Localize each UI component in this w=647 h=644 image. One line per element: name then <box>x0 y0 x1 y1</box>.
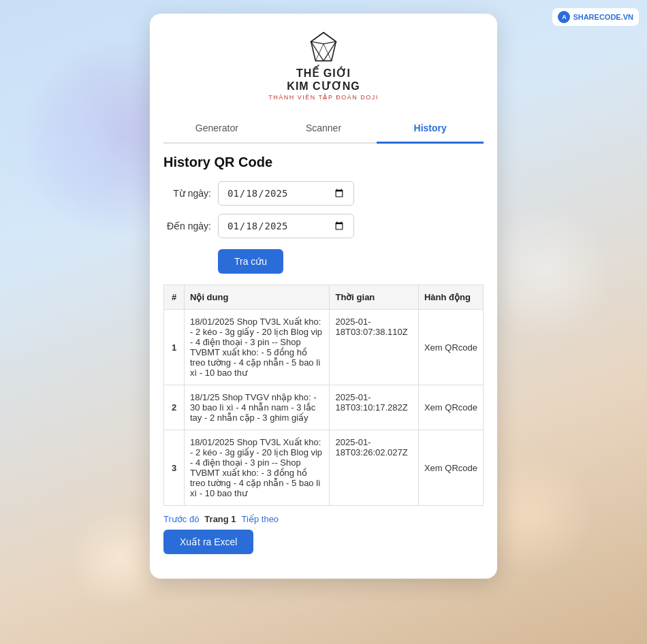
export-button[interactable]: Xuất ra Excel <box>163 530 253 554</box>
from-date-input[interactable] <box>218 181 354 206</box>
watermark-label: SHARECODE.VN <box>573 13 633 21</box>
logo-subtitle: THÀNH VIÊN TẬP ĐOÀN DOJI <box>268 94 379 101</box>
cell-content: 18/01/2025 Shop TV3L Xuất kho: - 2 kéo -… <box>185 430 330 506</box>
tab-scanner[interactable]: Scanner <box>270 114 377 144</box>
from-date-label: Từ ngày: <box>163 188 211 199</box>
watermark: A SHARECODE.VN <box>552 8 639 26</box>
bg-blob-3 <box>477 204 613 340</box>
from-date-group: Từ ngày: <box>163 181 484 206</box>
page-content: History QR Code Từ ngày: Đến ngày: Tra c… <box>150 144 497 565</box>
logo-area: THẾ GIỚI KIM CƯƠNG THÀNH VIÊN TẬP ĐOÀN D… <box>150 14 497 109</box>
table-row: 118/01/2025 Shop TV3L Xuất kho: - 2 kéo … <box>164 310 484 385</box>
cell-time: 2025-01-18T03:10:17.282Z <box>330 385 418 430</box>
cell-content: 18/01/2025 Shop TV3L Xuất kho: - 2 kéo -… <box>185 310 330 385</box>
tab-generator[interactable]: Generator <box>163 114 270 144</box>
to-date-input[interactable] <box>218 214 354 238</box>
cell-index: 3 <box>164 430 185 506</box>
logo-title: THẾ GIỚI KIM CƯƠNG <box>287 67 360 93</box>
watermark-icon: A <box>558 11 570 23</box>
col-content: Nội dung <box>185 285 330 310</box>
cell-index: 2 <box>164 385 185 430</box>
table-row: 318/01/2025 Shop TV3L Xuất kho: - 2 kéo … <box>164 430 484 506</box>
cell-action[interactable]: Xem QRcode <box>418 430 483 506</box>
cell-time: 2025-01-18T03:07:38.110Z <box>330 310 418 385</box>
cell-action[interactable]: Xem QRcode <box>418 310 483 385</box>
to-date-label: Đến ngày: <box>163 221 211 231</box>
pagination-current: Trang 1 <box>204 514 236 524</box>
table-row: 218/1/25 Shop TVGV nhập kho: - 30 bao lì… <box>164 385 484 430</box>
col-index: # <box>164 285 185 310</box>
pagination: Trước đó Trang 1 Tiếp theo <box>163 514 484 524</box>
tab-bar: Generator Scanner History <box>163 114 484 144</box>
table-header-row: # Nội dung Thời gian Hành động <box>164 285 484 310</box>
page-title: History QR Code <box>163 155 484 170</box>
cell-action[interactable]: Xem QRcode <box>418 385 483 430</box>
to-date-group: Đến ngày: <box>163 214 484 238</box>
cell-content: 18/1/25 Shop TVGV nhập kho: - 30 bao lì … <box>185 385 330 430</box>
bg-blob-2 <box>0 68 170 238</box>
pagination-next[interactable]: Tiếp theo <box>242 514 279 524</box>
cell-index: 1 <box>164 310 185 385</box>
history-table: # Nội dung Thời gian Hành động 118/01/20… <box>163 285 484 506</box>
logo-diamond-icon <box>306 30 341 64</box>
col-time: Thời gian <box>330 285 418 310</box>
tab-history[interactable]: History <box>377 114 484 144</box>
main-card: THẾ GIỚI KIM CƯƠNG THÀNH VIÊN TẬP ĐOÀN D… <box>150 14 497 579</box>
pagination-prev[interactable]: Trước đó <box>163 514 199 524</box>
col-action: Hành động <box>418 285 483 310</box>
search-button[interactable]: Tra cứu <box>218 249 283 274</box>
cell-time: 2025-01-18T03:26:02.027Z <box>330 430 418 506</box>
